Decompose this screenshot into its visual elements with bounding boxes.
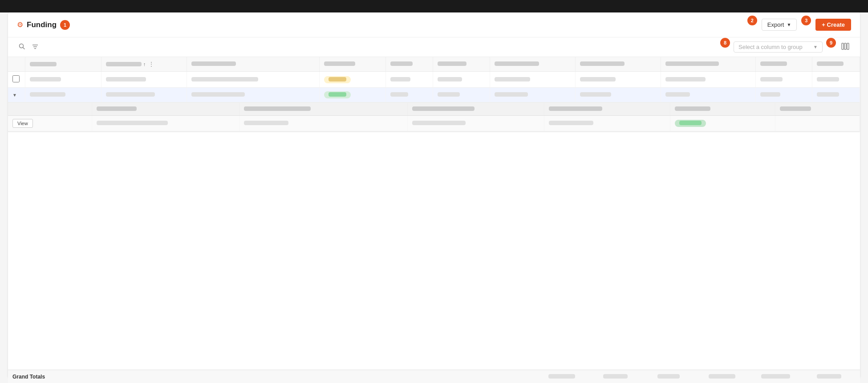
header-badge-1: 1 <box>60 20 70 30</box>
table-area: ↑ ⋮ <box>8 57 860 364</box>
expand-arrow-icon: ▼ <box>12 93 17 98</box>
group-column-select[interactable]: Select a column to group ▼ <box>734 41 823 53</box>
status-badge-yellow <box>324 76 351 83</box>
th-menu-button[interactable]: ⋮ <box>147 61 155 68</box>
sub-th-3 <box>239 103 407 116</box>
td-expand-col1 <box>25 88 101 102</box>
columns-icon-button[interactable] <box>840 42 851 53</box>
toolbar: 8 Select a column to group ▼ 9 <box>8 37 860 57</box>
export-chevron-icon: ▼ <box>787 22 791 27</box>
sub-td-view: View <box>8 116 92 131</box>
sub-header-row <box>8 103 860 116</box>
td-expand-col7 <box>490 88 576 102</box>
sub-table-container: View <box>8 102 860 132</box>
sub-td-4 <box>407 116 544 131</box>
gt-val-1 <box>544 374 580 378</box>
svg-rect-7 <box>847 43 849 49</box>
badge-9: 9 <box>826 38 836 48</box>
sub-data-row: View <box>8 116 860 131</box>
td-expand-col4-tag <box>319 88 385 102</box>
th-col1[interactable] <box>25 57 101 72</box>
td-expand-icon[interactable]: ▼ <box>8 88 25 102</box>
td-expand-col6 <box>433 88 490 102</box>
td-expand-col2 <box>101 88 187 102</box>
sub-th-7 <box>775 103 860 116</box>
grand-totals-bar: Grand Totals <box>8 370 860 378</box>
sub-th-1 <box>8 103 92 116</box>
th-col7[interactable] <box>490 57 576 72</box>
gt-val-5 <box>758 374 793 378</box>
td-expand-col9 <box>661 88 755 102</box>
page-title: Funding <box>27 20 57 29</box>
td-expand-col10 <box>755 88 812 102</box>
td-col2 <box>101 72 187 88</box>
th-col6[interactable] <box>433 57 490 72</box>
td-checkbox[interactable] <box>8 72 25 88</box>
td-col7 <box>490 72 576 88</box>
export-label: Export <box>767 21 784 28</box>
filter-icon <box>32 44 38 49</box>
sub-td-3 <box>239 116 407 131</box>
th-col8[interactable] <box>575 57 661 72</box>
row-checkbox[interactable] <box>12 75 20 82</box>
sub-th-2 <box>92 103 239 116</box>
toolbar-right: 8 Select a column to group ▼ 9 <box>720 41 851 53</box>
th-col9[interactable] <box>661 57 755 72</box>
td-col9 <box>661 72 755 88</box>
grand-totals-label: Grand Totals <box>12 374 101 378</box>
th-checkbox <box>8 57 25 72</box>
th-col3[interactable] <box>187 57 319 72</box>
td-col1 <box>25 72 101 88</box>
search-button[interactable] <box>17 42 27 52</box>
view-button[interactable]: View <box>12 119 33 128</box>
th-col2[interactable]: ↑ ⋮ <box>101 57 187 72</box>
th-col11[interactable] <box>812 57 860 72</box>
table-header-row: ↑ ⋮ <box>8 57 860 72</box>
td-col11 <box>812 72 860 88</box>
table-row-expanded: ▼ <box>8 88 860 102</box>
toolbar-left <box>17 42 40 52</box>
td-expand-col3 <box>187 88 319 102</box>
td-col6 <box>433 72 490 88</box>
main-table: ↑ ⋮ <box>8 57 860 132</box>
th-col5[interactable] <box>385 57 433 72</box>
sub-th-4 <box>407 103 544 116</box>
sub-td-5 <box>544 116 670 131</box>
td-col4-tag <box>319 72 385 88</box>
sub-th-6 <box>670 103 775 116</box>
gt-val-4 <box>704 374 740 378</box>
create-label: + Create <box>822 21 845 28</box>
td-col10 <box>755 72 812 88</box>
sub-status-badge <box>675 120 706 127</box>
td-expand-col11 <box>812 88 860 102</box>
sub-td-2 <box>92 116 239 131</box>
sub-td-6-tag <box>670 116 775 131</box>
main-container: ⚙ Funding 1 2 Export ▼ 3 + Create <box>8 12 860 378</box>
group-placeholder: Select a column to group <box>738 44 803 50</box>
th-col4[interactable] <box>319 57 385 72</box>
grand-totals-values <box>544 374 856 378</box>
td-col8 <box>575 72 661 88</box>
export-button[interactable]: Export ▼ <box>762 19 797 31</box>
sub-table: View <box>8 103 860 131</box>
top-bar <box>0 0 868 12</box>
table-row <box>8 72 860 88</box>
svg-rect-6 <box>844 43 846 49</box>
svg-rect-5 <box>842 43 844 49</box>
header-right: 2 Export ▼ 3 + Create <box>747 19 851 31</box>
filter-button[interactable] <box>30 43 40 52</box>
badge-3: 3 <box>801 16 811 25</box>
badge-8: 8 <box>720 38 730 48</box>
sub-th-5 <box>544 103 670 116</box>
header: ⚙ Funding 1 2 Export ▼ 3 + Create <box>8 12 860 37</box>
badge-2: 2 <box>747 16 757 25</box>
gt-val-6 <box>811 374 847 378</box>
svg-line-1 <box>23 48 25 49</box>
gt-val-2 <box>597 374 633 378</box>
search-icon <box>19 43 25 49</box>
create-button[interactable]: + Create <box>815 19 851 31</box>
status-badge-green <box>324 91 351 98</box>
th-col10[interactable] <box>755 57 812 72</box>
gear-icon: ⚙ <box>17 20 23 29</box>
sort-up-icon: ↑ <box>143 61 146 67</box>
